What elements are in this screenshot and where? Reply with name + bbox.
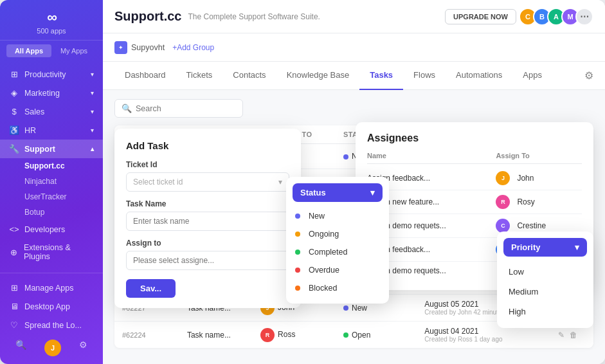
status-label-blocked: Blocked <box>309 284 337 293</box>
code-icon: <> <box>9 224 19 234</box>
sidebar-item-manage-apps[interactable]: ⊞ Manage Apps <box>0 278 103 297</box>
sidebar-item-label: Manage Apps <box>24 284 73 293</box>
apps-icon: ⊞ <box>9 283 19 293</box>
sidebar-item-label: Marketing <box>24 89 60 98</box>
chevron-down-icon: ▾ <box>370 188 375 197</box>
add-group-link[interactable]: +Add Group <box>172 43 214 52</box>
sidebar-footer-icons: 🔍 J ⚙ <box>0 334 103 359</box>
sidebar-item-extensions[interactable]: ⊕ Extensions & Plugins <box>0 239 103 266</box>
logo-icon: ∞ <box>47 9 56 26</box>
avatar-bottom[interactable]: J <box>44 340 61 356</box>
sidebar-item-label: Desktop App <box>24 302 70 311</box>
sidebar-sub-item-botup[interactable]: Botup <box>24 205 103 220</box>
sidebar-item-label: Support <box>24 145 55 154</box>
assignees-row: Assign feedback... JJohn <box>367 167 582 190</box>
status-option-new[interactable]: New <box>286 207 389 225</box>
status-label-new: New <box>309 212 325 221</box>
sidebar-item-marketing[interactable]: ◈ Marketing ▾ <box>0 84 103 102</box>
chevron-down-icon: ▾ <box>91 89 94 96</box>
cell-assignee: RRoss <box>253 322 336 349</box>
sidebar-item-productivity[interactable]: ⊞ Productivity ▾ <box>0 65 103 84</box>
cell-status: Open <box>336 322 417 349</box>
status-dropdown-header[interactable]: Status ▾ <box>293 183 383 202</box>
edit-icon[interactable]: ✎ <box>558 331 564 340</box>
sidebar-item-label: Spread the Lo... <box>24 321 82 330</box>
status-option-blocked[interactable]: Blocked <box>286 279 389 297</box>
sidebar-item-label: Extensions & Plugins <box>24 243 94 261</box>
panel-col-assign: Assign To <box>496 152 582 159</box>
breadcrumb-bar: ✦ Supyovht +Add Group <box>103 33 605 62</box>
sidebar-item-label: Developers <box>24 225 65 234</box>
sidebar-sub-item-supportcc[interactable]: Support.cc <box>24 158 103 174</box>
tab-tasks[interactable]: Tasks <box>359 62 403 90</box>
search-bottom-icon[interactable]: 🔍 <box>15 340 26 356</box>
sidebar-item-developers[interactable]: <> Developers <box>0 220 103 239</box>
nav-tabs: Dashboard Tickets Contacts Knowledge Bas… <box>103 62 605 90</box>
cell-ticket-id: #62224 <box>114 322 179 349</box>
upgrade-button[interactable]: UPGRADE NOW <box>445 9 516 24</box>
delete-icon[interactable]: 🗑 <box>570 331 577 340</box>
status-label: Status <box>300 188 326 197</box>
sales-icon: $ <box>9 107 19 116</box>
tab-knowledge-base[interactable]: Knowledge Base <box>276 62 360 90</box>
priority-option-medium[interactable]: Medium <box>497 282 593 302</box>
tab-contacts[interactable]: Contacts <box>222 62 276 90</box>
status-dot-blocked <box>295 286 300 291</box>
priority-dropdown: Priority ▾ Low Medium High <box>497 232 593 328</box>
task-name-group: Task Name <box>126 199 289 231</box>
sidebar-item-label: Productivity <box>24 70 66 79</box>
tab-flows[interactable]: Flows <box>403 62 446 90</box>
ticket-id-placeholder: Select ticket id <box>133 177 183 187</box>
chevron-down-icon: ▾ <box>91 71 94 78</box>
assign-to-label: Assign to <box>126 239 289 248</box>
tab-automations[interactable]: Automations <box>446 62 512 90</box>
panel-col-name: Name <box>367 152 496 159</box>
cell-task-name: Task name... <box>179 322 253 349</box>
tab-settings-icon[interactable]: ⚙ <box>584 69 593 82</box>
status-label-completed: Completed <box>309 248 347 257</box>
assignee-assign-to: CCrestine <box>496 219 582 233</box>
panel-header: Name Assign To <box>367 152 582 164</box>
breadcrumb-app[interactable]: ✦ Supyovht <box>114 41 165 54</box>
assign-to-input[interactable] <box>126 251 289 270</box>
task-name-input[interactable] <box>126 212 289 231</box>
status-option-overdue[interactable]: Overdue <box>286 261 389 279</box>
sidebar-sub-item-ninjachat[interactable]: Ninjachat <box>24 174 103 189</box>
status-option-completed[interactable]: Completed <box>286 243 389 261</box>
priority-dropdown-header[interactable]: Priority ▾ <box>503 238 587 257</box>
extensions-icon: ⊕ <box>9 248 19 257</box>
search-box[interactable]: 🔍 <box>114 99 243 118</box>
app-subtitle: The Complete Support Software Suite. <box>188 12 320 21</box>
tab-dashboard[interactable]: Dashboard <box>114 62 176 90</box>
assignee-assign-to: JJohn <box>496 171 582 185</box>
status-option-ongoing[interactable]: Ongoing <box>286 225 389 243</box>
save-button[interactable]: Sav... <box>126 279 176 298</box>
task-name-label: Task Name <box>126 199 289 208</box>
sidebar-item-hr[interactable]: ♿ HR ▾ <box>0 121 103 140</box>
desktop-icon: 🖥 <box>9 302 19 311</box>
modal-footer: Sav... <box>126 279 289 298</box>
tab-all-apps[interactable]: All Apps <box>6 44 51 57</box>
sidebar: ∞ 500 apps All Apps My Apps ⊞ Productivi… <box>0 0 103 364</box>
tab-tickets[interactable]: Tickets <box>176 62 223 90</box>
avatar-more: ⋯ <box>575 8 593 26</box>
priority-option-high[interactable]: High <box>497 302 593 322</box>
sidebar-item-support[interactable]: 🔧 Support ▴ <box>0 140 103 158</box>
sidebar-item-label: HR <box>24 126 36 135</box>
sidebar-item-label: Sales <box>24 107 44 116</box>
main-content: Support.cc The Complete Support Software… <box>103 0 605 364</box>
tab-my-apps[interactable]: My Apps <box>51 44 96 57</box>
modal-title: Add Task <box>126 140 289 151</box>
support-icon: 🔧 <box>9 144 19 154</box>
assignee-assign-to: RRosy <box>496 195 582 209</box>
sidebar-item-sales[interactable]: $ Sales ▾ <box>0 102 103 121</box>
sidebar-sub-item-usertracker[interactable]: UserTracker <box>24 189 103 205</box>
priority-option-low[interactable]: Low <box>497 262 593 282</box>
tab-apps[interactable]: Apps <box>512 62 552 90</box>
search-input[interactable] <box>136 104 236 113</box>
status-label-overdue: Overdue <box>309 266 339 275</box>
sidebar-item-spread[interactable]: ♡ Spread the Lo... <box>0 316 103 334</box>
sidebar-item-desktop-app[interactable]: 🖥 Desktop App <box>0 297 103 316</box>
ticket-id-select[interactable]: Select ticket id ▾ <box>126 172 289 192</box>
settings-bottom-icon[interactable]: ⚙ <box>79 340 87 356</box>
